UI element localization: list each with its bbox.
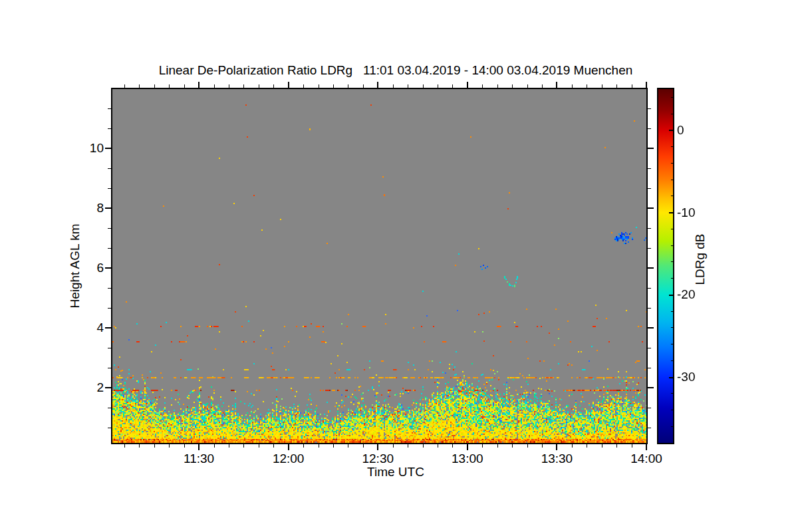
y-minor-tick (108, 228, 111, 229)
x-minor-tick (482, 444, 483, 448)
y-minor-tick (108, 348, 111, 348)
x-minor-tick (408, 444, 408, 448)
y-tick-label: 8 (66, 201, 104, 215)
x-minor-tick (124, 84, 125, 88)
y-major-tick (105, 267, 111, 269)
x-minor-tick (616, 84, 617, 88)
x-minor-tick (243, 84, 244, 88)
y-major-tick (105, 327, 111, 329)
y-tick-label: 6 (66, 261, 104, 275)
x-minor-tick (348, 444, 348, 448)
x-major-tick (646, 82, 647, 88)
x-minor-tick (497, 444, 498, 448)
x-minor-tick (587, 84, 587, 88)
x-minor-tick (438, 444, 438, 448)
y-minor-tick (648, 248, 651, 249)
x-minor-tick (259, 444, 259, 448)
x-minor-tick (303, 84, 304, 88)
x-minor-tick (348, 84, 348, 88)
colorbar-tick-label: 0 (677, 124, 684, 137)
x-minor-tick (124, 444, 125, 448)
y-major-tick (648, 148, 654, 149)
y-major-tick (648, 207, 654, 209)
colorbar-tick-label: -20 (677, 288, 695, 301)
x-minor-tick (438, 84, 438, 88)
y-major-tick (105, 148, 111, 149)
x-major-tick (377, 82, 378, 88)
x-minor-tick (184, 444, 185, 448)
y-minor-tick (108, 308, 111, 309)
x-minor-tick (139, 84, 140, 88)
y-major-tick (648, 267, 654, 269)
y-minor-tick (648, 108, 651, 109)
x-minor-tick (497, 84, 498, 88)
x-minor-tick (169, 444, 170, 448)
y-minor-tick (648, 428, 651, 428)
x-minor-tick (542, 84, 543, 88)
y-minor-tick (108, 368, 111, 368)
x-minor-tick (527, 84, 528, 88)
x-major-tick (198, 444, 200, 450)
x-minor-tick (572, 84, 573, 88)
x-minor-tick (452, 84, 453, 88)
plot-frame (111, 88, 648, 444)
x-minor-tick (572, 444, 573, 448)
x-tick-label: 13:30 (527, 452, 587, 466)
colorbar-title: LDRg dB (693, 233, 708, 285)
x-major-tick (467, 444, 468, 450)
y-minor-tick (108, 408, 111, 408)
y-tick-label: 2 (66, 381, 104, 394)
x-minor-tick (632, 84, 632, 88)
x-minor-tick (542, 444, 543, 448)
x-minor-tick (259, 84, 259, 88)
y-tick-label: 4 (66, 321, 104, 334)
x-minor-tick (319, 444, 319, 448)
x-major-tick (288, 82, 289, 88)
x-minor-tick (527, 444, 528, 448)
y-minor-tick (108, 168, 111, 169)
page-title: Linear De-Polarization Ratio LDRg 11:01 … (126, 63, 665, 78)
x-minor-tick (408, 84, 408, 88)
y-major-tick (105, 387, 111, 388)
x-minor-tick (512, 444, 513, 448)
x-minor-tick (393, 84, 394, 88)
x-minor-tick (229, 444, 229, 448)
x-minor-tick (139, 444, 140, 448)
x-minor-tick (154, 84, 155, 88)
x-minor-tick (214, 84, 215, 88)
y-minor-tick (648, 228, 651, 229)
y-minor-tick (648, 308, 651, 309)
y-minor-tick (108, 128, 111, 129)
x-axis-title: Time UTC (126, 465, 665, 479)
x-minor-tick (229, 84, 229, 88)
x-minor-tick (243, 444, 244, 448)
x-major-tick (556, 444, 557, 450)
ldr-heatmap-figure: Linear De-Polarization Ratio LDRg 11:01 … (0, 0, 798, 532)
x-minor-tick (154, 444, 155, 448)
x-major-tick (198, 82, 200, 88)
y-minor-tick (648, 288, 651, 289)
x-minor-tick (616, 444, 617, 448)
x-major-tick (556, 82, 557, 88)
x-minor-tick (512, 84, 513, 88)
x-minor-tick (184, 84, 185, 88)
x-tick-label: 11:30 (169, 452, 229, 466)
x-tick-label: 12:30 (348, 452, 408, 466)
x-major-tick (288, 444, 289, 450)
x-minor-tick (423, 84, 424, 88)
colorbar-tick-label: -30 (677, 370, 695, 384)
colorbar-tick-label: -10 (677, 206, 695, 219)
x-minor-tick (214, 444, 215, 448)
x-minor-tick (602, 84, 602, 88)
y-minor-tick (108, 188, 111, 189)
y-tick-label: 10 (66, 142, 104, 155)
x-minor-tick (319, 84, 319, 88)
x-minor-tick (273, 444, 274, 448)
y-minor-tick (108, 248, 111, 249)
x-minor-tick (632, 444, 632, 448)
x-minor-tick (303, 444, 304, 448)
x-major-tick (377, 444, 378, 450)
colorbar-frame (657, 88, 674, 444)
x-tick-label: 12:00 (259, 452, 319, 466)
x-tick-label: 13:00 (438, 452, 497, 466)
